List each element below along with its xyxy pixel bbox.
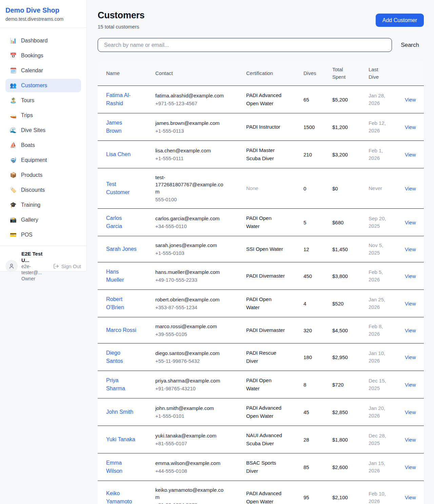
contact-cell: fatima.alrashid@example.com +971-55-123-…: [147, 87, 238, 112]
sign-out-button[interactable]: Sign Out: [53, 263, 81, 269]
sidebar-item-training[interactable]: 🎓 Training: [5, 198, 81, 212]
last-dive-cell: Sep 20, 2025: [360, 209, 396, 235]
certification-cell: PADI Advanced Open Water: [238, 86, 295, 113]
sidebar-item-gallery[interactable]: 📸 Gallery: [5, 213, 81, 227]
customer-name-link[interactable]: Hans Mueller: [106, 268, 137, 284]
customer-name-link[interactable]: Test Customer: [106, 180, 137, 197]
sailboat-icon: ⛵: [10, 143, 17, 148]
sidebar-item-boats[interactable]: ⛵ Boats: [5, 138, 81, 152]
last-dive-date: Feb 1, 2026: [369, 147, 396, 162]
dives-count: 45: [295, 404, 324, 421]
spiral-calendar-icon: 🗓️: [10, 68, 17, 73]
certification-text: BSAC Sports Diver: [246, 459, 286, 475]
user-email: e2e-tester@...: [21, 263, 50, 276]
table-row: Lisa Chen lisa.chen@example.com +1-555-0…: [98, 141, 424, 168]
customer-name-link[interactable]: Carlos Garcia: [106, 214, 137, 230]
customer-name-link[interactable]: Yuki Tanaka: [106, 435, 135, 444]
table-row: Yuki Tanaka yuki.tanaka@example.com +81-…: [98, 426, 424, 453]
view-link[interactable]: View: [405, 152, 416, 157]
dives-count: 85: [295, 459, 324, 475]
sidebar-item-dive-sites[interactable]: 🌊 Dive Sites: [5, 124, 81, 137]
certification-text: PADI Open Water: [246, 295, 286, 312]
contact-cell: hans.mueller@example.com +49-170-555-223…: [147, 263, 238, 289]
sidebar-item-equipment[interactable]: 🤿 Equipment: [5, 153, 81, 167]
view-link[interactable]: View: [405, 124, 416, 130]
customer-name-link[interactable]: Emma Wilson: [106, 459, 137, 475]
customer-name-link[interactable]: Marco Rossi: [106, 326, 136, 334]
total-spent: $1,450: [324, 241, 360, 258]
sidebar-item-discounts[interactable]: 🏷️ Discounts: [5, 183, 81, 197]
sidebar-item-label: POS: [21, 232, 33, 238]
sidebar-item-label: Dashboard: [21, 38, 47, 44]
column-header-last-dive: Last Dive: [360, 61, 396, 86]
table-row: Priya Sharma priya.sharma@example.com +9…: [98, 371, 424, 398]
sidebar-item-tours[interactable]: 🏝️ Tours: [5, 94, 81, 107]
view-link[interactable]: View: [405, 186, 416, 191]
customer-name-link[interactable]: Keiko Yamamoto: [106, 489, 137, 504]
sidebar-item-products[interactable]: 📦 Products: [5, 168, 81, 182]
view-cell: View: [396, 119, 424, 135]
customer-name-link[interactable]: Fatima Al-Rashid: [106, 91, 137, 108]
last-dive-date: Jan 28, 2026: [369, 92, 396, 107]
customer-phone: +49-170-555-2233: [155, 276, 237, 283]
certification-text: NAUI Advanced Scuba Diver: [246, 431, 286, 448]
add-customer-button[interactable]: Add Customer: [376, 14, 424, 27]
page-title-block: Customers 15 total customers: [98, 10, 144, 30]
dives-count: 320: [295, 322, 324, 339]
view-link[interactable]: View: [405, 220, 416, 225]
customer-phone: +81-555-0107: [155, 440, 237, 447]
customer-name-link[interactable]: Lisa Chen: [106, 150, 131, 158]
total-spent: $5,200: [324, 91, 360, 108]
sidebar-item-customers[interactable]: 👥 Customers: [5, 79, 81, 92]
view-cell: View: [396, 376, 424, 393]
certification-cell: PADI Open Water: [238, 371, 295, 398]
view-cell: View: [396, 404, 424, 421]
total-spent: $0: [324, 180, 360, 197]
view-link[interactable]: View: [405, 97, 416, 102]
package-icon: 📦: [10, 172, 17, 178]
sidebar-item-pos[interactable]: 💳 POS: [5, 228, 81, 242]
customer-name-link[interactable]: Sarah Jones: [106, 245, 137, 253]
view-link[interactable]: View: [405, 246, 416, 252]
view-link[interactable]: View: [405, 301, 416, 306]
column-header-name: Name: [98, 65, 147, 82]
search-button[interactable]: Search: [401, 42, 419, 49]
customer-email: hans.mueller@example.com: [155, 268, 225, 276]
customer-email: yuki.tanaka@example.com: [155, 432, 225, 439]
view-link[interactable]: View: [405, 382, 416, 388]
credit-card-icon: 💳: [10, 232, 17, 238]
customer-name-link[interactable]: Diego Santos: [106, 349, 137, 365]
customer-name-link[interactable]: Priya Sharma: [106, 376, 137, 393]
view-link[interactable]: View: [405, 494, 416, 500]
view-cell: View: [396, 268, 424, 284]
customer-phone: +1-555-0101: [155, 412, 237, 419]
sidebar-item-calendar[interactable]: 🗓️ Calendar: [5, 64, 81, 77]
sidebar-item-bookings[interactable]: 📅 Bookings: [5, 49, 81, 62]
total-spent: $3,800: [324, 268, 360, 284]
view-link[interactable]: View: [405, 464, 416, 470]
sidebar-item-dashboard[interactable]: 📊 Dashboard: [5, 34, 81, 48]
customer-email: marco.rossi@example.com: [155, 323, 225, 330]
customer-email: priya.sharma@example.com: [155, 377, 225, 384]
view-link[interactable]: View: [405, 409, 416, 415]
view-link[interactable]: View: [405, 354, 416, 360]
customer-name-link[interactable]: James Brown: [106, 119, 137, 135]
customer-name-link[interactable]: Robert O'Brien: [106, 295, 137, 312]
search-input[interactable]: [98, 38, 392, 52]
name-cell: Emma Wilson: [98, 453, 147, 481]
total-spent: $1,200: [324, 119, 360, 135]
customer-phone: +1-555-0113: [155, 127, 237, 134]
view-link[interactable]: View: [405, 273, 416, 279]
last-dive-date: Feb 5, 2026: [369, 268, 396, 283]
sidebar-item-trips[interactable]: 🚤 Trips: [5, 109, 81, 122]
last-dive-cell: Jan 28, 2026: [360, 87, 396, 112]
customer-name-link[interactable]: John Smith: [106, 408, 133, 416]
certification-text: PADI Advanced Open Water: [246, 404, 286, 420]
view-link[interactable]: View: [405, 328, 416, 333]
customer-phone: +353-87-555-1234: [155, 304, 237, 311]
certification-cell: PADI Open Water: [238, 290, 295, 317]
table-row: Carlos Garcia carlos.garcia@example.com …: [98, 208, 424, 236]
view-link[interactable]: View: [405, 437, 416, 443]
view-cell: View: [396, 91, 424, 108]
customer-phone: +971-55-123-4567: [155, 100, 237, 107]
